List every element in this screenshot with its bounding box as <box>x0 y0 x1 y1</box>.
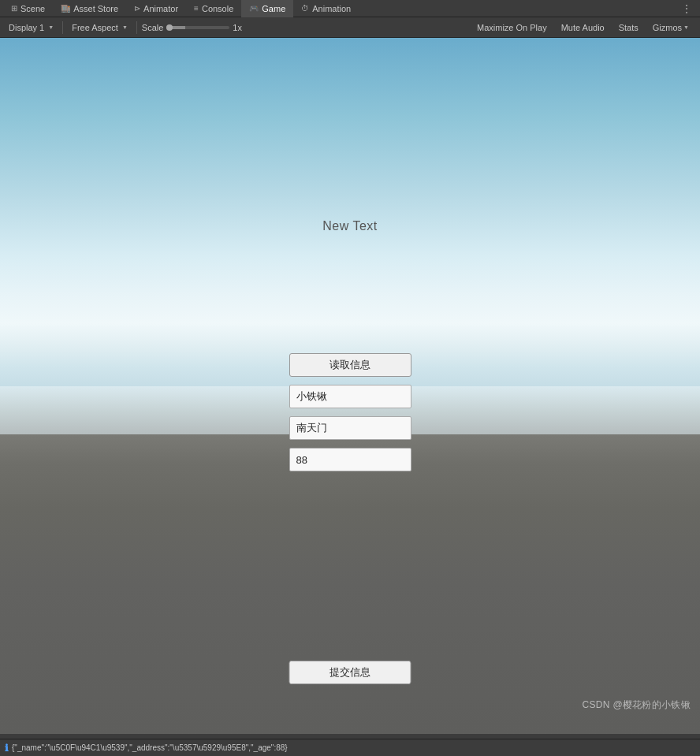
tab-animator[interactable]: ⊳ Animator <box>126 0 186 17</box>
scale-slider[interactable] <box>166 26 229 29</box>
age-field: 88 <box>289 448 411 471</box>
gizmos-button[interactable]: Gizmos ▼ <box>646 20 695 35</box>
asset-store-icon: 🏬 <box>61 4 70 13</box>
tab-bar: ⊞ Scene 🏬 Asset Store ⊳ Animator ≡ Conso… <box>0 0 700 17</box>
maximize-on-play-button[interactable]: Maximize On Play <box>471 20 553 35</box>
toolbar-right: Maximize On Play Mute Audio Stats Gizmos… <box>471 20 695 35</box>
mute-audio-button[interactable]: Mute Audio <box>555 20 611 35</box>
read-info-button[interactable]: 读取信息 <box>289 353 411 377</box>
tab-scene[interactable]: ⊞ Scene <box>3 0 53 17</box>
tab-bar-right: ⋮ <box>676 2 697 15</box>
submit-info-button[interactable]: 提交信息 <box>289 661 411 684</box>
new-text-label: New Text <box>322 219 378 233</box>
tab-animation[interactable]: ⏱ Animation <box>293 0 359 17</box>
tab-console[interactable]: ≡ Console <box>186 0 241 17</box>
aspect-selector[interactable]: Free Aspect <box>68 20 132 35</box>
stats-button[interactable]: Stats <box>612 20 645 35</box>
console-icon: ≡ <box>194 4 199 13</box>
game-icon: 🎮 <box>249 4 259 13</box>
credit-text: CSDN @樱花粉的小铁锹 <box>583 698 691 712</box>
gizmos-arrow-icon: ▼ <box>683 24 689 30</box>
toolbar-sep-1 <box>62 21 63 34</box>
status-json-text: {"_name":"\u5C0F\u94C1\u9539","_address"… <box>12 743 695 752</box>
ui-group-top: 读取信息 小铁锹 南天门 88 <box>271 353 429 471</box>
animator-icon: ⊳ <box>134 4 140 13</box>
tab-game[interactable]: 🎮 Game <box>241 0 293 17</box>
status-bar: ℹ {"_name":"\u5C0F\u94C1\u9539","_addres… <box>0 739 700 756</box>
scene-icon: ⊞ <box>11 4 17 13</box>
address-field: 南天门 <box>289 416 411 440</box>
game-viewport: New Text 读取信息 小铁锹 南天门 88 提交信息 CSDN @樱花粉的… <box>0 38 700 734</box>
toolbar: Display 1 Free Aspect Scale 1x Maximize … <box>0 17 700 38</box>
tab-more-icon[interactable]: ⋮ <box>676 2 697 15</box>
toolbar-sep-2 <box>136 21 137 34</box>
name-field: 小铁锹 <box>289 385 411 408</box>
display-selector[interactable]: Display 1 <box>5 20 58 35</box>
tab-asset-store[interactable]: 🏬 Asset Store <box>53 0 126 17</box>
status-info-icon: ℹ <box>5 743 9 754</box>
submit-button-container: 提交信息 <box>289 661 411 684</box>
ground-background <box>0 434 700 734</box>
animation-icon: ⏱ <box>301 4 309 13</box>
scale-container: Scale 1x <box>142 23 248 32</box>
